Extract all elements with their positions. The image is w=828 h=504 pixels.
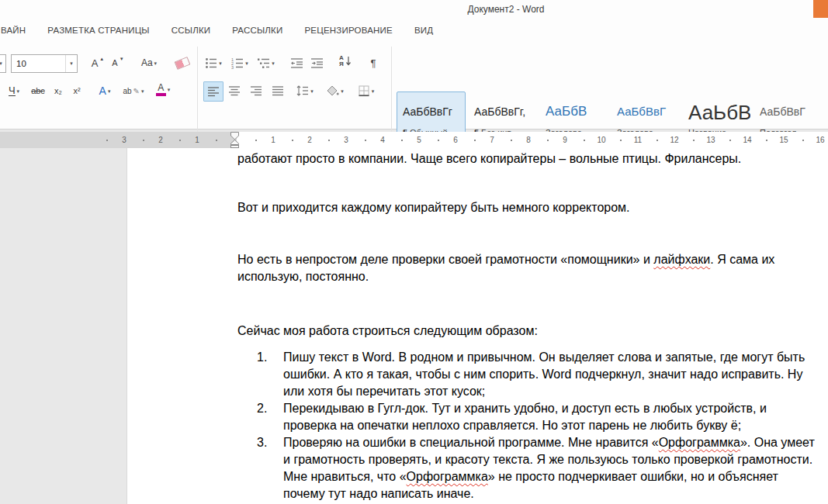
spellcheck-underline: Орфограммка <box>659 436 740 449</box>
ruler-number: 2 <box>158 132 163 148</box>
word-window-top: Документ2 - Word ВАЙН РАЗМЕТКА СТРАНИЦЫ … <box>0 0 828 129</box>
ribbon-tab-page-layout[interactable]: РАЗМЕТКА СТРАНИЦЫ <box>36 19 160 42</box>
ruler-number: 9 <box>563 132 567 148</box>
text-effects-button[interactable]: А ▾ <box>93 81 116 100</box>
borders-button[interactable]: ▾ <box>354 81 379 100</box>
ribbon-tab-mailings[interactable]: РАССЫЛКИ <box>221 19 293 42</box>
grow-font-button[interactable]: А ▲ <box>88 54 107 72</box>
numbered-list: 1.Пишу текст в Word. В родном и привычно… <box>257 349 828 502</box>
ruler-number: 12 <box>670 132 678 148</box>
list-number: 3. <box>257 434 283 502</box>
ribbon-tab-references[interactable]: ССЫЛКИ <box>161 19 222 42</box>
bullets-button[interactable]: ▾ <box>202 54 225 72</box>
ruler-tick <box>511 140 512 141</box>
title-bar: Документ2 - Word <box>0 0 828 19</box>
numbering-button[interactable]: 1 2 3 ▾ <box>228 54 251 72</box>
chevron-down-icon[interactable]: ▾ <box>0 55 5 72</box>
ruler-tick <box>802 140 804 141</box>
subscript-button[interactable]: x₂ <box>50 81 67 100</box>
ruler-number: 6 <box>453 132 458 148</box>
clear-formatting-button[interactable] <box>172 54 192 72</box>
ruler-number: 1 <box>271 132 275 148</box>
paragraph: Вот и приходится каждому копирайтеру быт… <box>237 199 828 216</box>
document-text[interactable]: работают просто в компании. Чаще всего к… <box>127 148 828 502</box>
shrink-font-button[interactable]: А ▼ <box>109 54 127 72</box>
superscript-button[interactable]: x² <box>68 81 85 100</box>
ribbon: ▾ 10 ▾ А ▲ А ▼ Aa ▾ Ч ▾ abc x₂ <box>0 42 828 129</box>
justify-icon <box>272 85 284 97</box>
list-item: 3.Проверяю на ошибки в специальной прогр… <box>257 434 828 502</box>
chevron-down-icon: ▾ <box>17 88 20 94</box>
first-line-indent-marker[interactable] <box>231 133 239 140</box>
highlighter-pen-icon: ✎ <box>133 87 140 95</box>
ruler-tick <box>328 140 330 141</box>
align-center-button[interactable] <box>225 81 244 100</box>
change-case-button[interactable]: Aa ▾ <box>135 54 163 72</box>
sort-button[interactable]: А Я <box>334 52 357 71</box>
font-size-value[interactable]: 10 <box>12 59 65 68</box>
align-center-icon <box>229 85 241 97</box>
ruler-tick <box>620 140 622 141</box>
ruler-number: 3 <box>344 132 348 148</box>
increase-indent-button[interactable] <box>309 54 326 72</box>
font-color-button[interactable]: А ▾ <box>151 80 175 98</box>
highlight-button[interactable]: ab ✎ ▾ <box>120 81 147 100</box>
paragraph: работают просто в компании. Чаще всего к… <box>237 150 828 167</box>
text-effects-icon: А <box>99 85 106 97</box>
shading-button[interactable]: ▾ <box>323 81 348 100</box>
show-paragraph-marks-button[interactable]: ¶ <box>365 54 382 72</box>
underline-button[interactable]: Ч ▾ <box>3 81 25 100</box>
down-triangle-icon: ▼ <box>120 57 124 61</box>
hanging-indent-marker[interactable] <box>231 140 239 145</box>
document-area: работают просто в компании. Чаще всего к… <box>0 148 828 504</box>
ruler-tick <box>438 140 439 141</box>
background-window-fragment <box>813 0 828 18</box>
align-left-button[interactable] <box>203 81 223 102</box>
decrease-indent-button[interactable] <box>289 54 306 72</box>
list-item: 1.Пишу текст в Word. В родном и привычно… <box>257 349 828 400</box>
ruler-tick <box>292 140 293 141</box>
ruler-text-zone <box>237 132 828 148</box>
ribbon-tab-design[interactable]: ВАЙН <box>0 19 36 42</box>
ruler-tick <box>584 140 585 141</box>
ruler-number: 8 <box>526 132 531 148</box>
multilevel-list-icon <box>258 57 270 69</box>
ruler-tick <box>657 140 658 141</box>
up-triangle-icon: ▲ <box>99 57 104 61</box>
chevron-down-icon: ▾ <box>272 60 275 66</box>
ruler-number: 13 <box>706 132 715 148</box>
chevron-down-icon: ▾ <box>341 88 344 94</box>
font-color-icon: А <box>156 83 166 96</box>
paint-bucket-icon <box>327 85 339 97</box>
align-right-button[interactable] <box>247 81 265 100</box>
document-page[interactable]: работают просто в компании. Чаще всего к… <box>126 148 828 504</box>
ruler-number: 10 <box>597 132 605 148</box>
sort-icon: А Я <box>339 55 344 67</box>
font-name-combo[interactable]: ▾ <box>0 54 6 73</box>
chevron-down-icon[interactable]: ▾ <box>65 55 77 72</box>
numbered-list-icon: 1 2 3 <box>231 57 244 69</box>
ruler-tick <box>179 140 181 141</box>
ruler-number: 16 <box>816 132 824 148</box>
ruler-tick <box>401 140 403 141</box>
ruler-tick <box>365 140 366 141</box>
font-size-combo[interactable]: 10 ▾ <box>11 54 78 73</box>
ribbon-tab-view[interactable]: ВИД <box>404 19 444 42</box>
align-left-icon <box>208 86 220 98</box>
font-color-swatch <box>156 93 166 96</box>
ruler-tick <box>693 140 695 141</box>
ruler-number: 15 <box>779 132 788 148</box>
ribbon-tab-review[interactable]: РЕЦЕНЗИРОВАНИЕ <box>294 19 404 42</box>
line-spacing-button[interactable]: ▾ <box>293 81 317 100</box>
justify-button[interactable] <box>268 81 287 100</box>
ruler-tick <box>766 140 767 141</box>
align-right-icon <box>251 85 262 97</box>
ruler: 32112345678910111213141516 <box>0 132 828 148</box>
paragraph: Но есть в непростом деле проверки своей … <box>237 251 828 285</box>
multilevel-list-button[interactable]: ▾ <box>255 54 278 72</box>
strikethrough-button[interactable]: abc <box>28 81 48 100</box>
ruler-number: 7 <box>490 132 494 148</box>
chevron-down-icon: ▾ <box>154 60 158 66</box>
indent-markers[interactable] <box>230 132 240 148</box>
ruler-number: 2 <box>307 132 312 148</box>
